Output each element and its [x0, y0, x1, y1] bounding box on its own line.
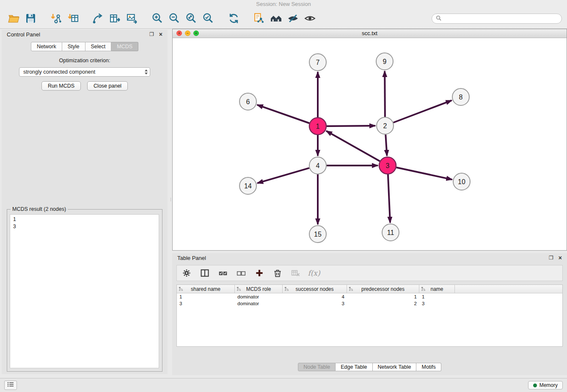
export-network-button[interactable]: [90, 10, 107, 27]
edge-1-2[interactable]: [327, 126, 375, 126]
sort-icon: [421, 287, 426, 293]
close-table-panel-icon[interactable]: ×: [559, 255, 562, 260]
copy-network-button[interactable]: [250, 10, 267, 27]
column-header-name[interactable]: name: [419, 285, 455, 293]
table-cell[interactable]: 1: [177, 294, 235, 299]
search-input[interactable]: [443, 15, 558, 22]
refresh-layout-icon: [228, 13, 239, 24]
export-image-icon: [127, 13, 138, 24]
show-details-button[interactable]: [301, 10, 318, 27]
task-history-button[interactable]: [4, 381, 17, 390]
mcds-result-list[interactable]: 1 3: [10, 214, 159, 368]
open-file-button[interactable]: [5, 10, 22, 27]
node-15[interactable]: 15: [309, 226, 326, 243]
table-cell[interactable]: dominator: [235, 301, 283, 306]
zoom-in-button[interactable]: [149, 10, 166, 27]
zoom-fit-button[interactable]: [183, 10, 200, 27]
import-table-button[interactable]: [64, 10, 81, 27]
table-cell[interactable]: 4: [283, 294, 347, 299]
node-3[interactable]: 3: [379, 157, 396, 174]
node-2[interactable]: 2: [377, 117, 394, 134]
edge-3-10[interactable]: [396, 168, 452, 180]
node-11[interactable]: 11: [382, 224, 399, 241]
control-panel-title: Control Panel: [7, 31, 40, 38]
node-10[interactable]: 10: [453, 173, 470, 190]
edge-2-3[interactable]: [385, 135, 387, 156]
deselect-all-button[interactable]: [236, 268, 247, 279]
export-table-button[interactable]: [107, 10, 124, 27]
zoom-selected-button[interactable]: [200, 10, 217, 27]
minimize-window-icon[interactable]: −: [185, 30, 190, 36]
import-network-button[interactable]: [47, 10, 64, 27]
edge-2-8[interactable]: [394, 100, 452, 122]
node-9[interactable]: 9: [376, 53, 393, 70]
network-canvas[interactable]: 7968124314101511: [173, 38, 567, 250]
tab-select[interactable]: Select: [85, 42, 112, 51]
table-cell[interactable]: dominator: [235, 294, 283, 299]
memory-button[interactable]: Memory: [528, 381, 563, 389]
select-all-button[interactable]: [217, 268, 228, 279]
deselect-all-icon: [237, 268, 246, 278]
node-label: 1: [316, 123, 320, 130]
window-title: Session: New Session: [256, 1, 311, 7]
float-table-panel-icon[interactable]: ❐: [549, 255, 553, 260]
dropdown-value: strongly connected component: [23, 69, 95, 75]
save-session-button[interactable]: [22, 10, 39, 27]
column-header-predecessor-nodes[interactable]: predecessor nodes: [347, 285, 419, 293]
node-label: 14: [244, 182, 252, 190]
column-header-mcds-role[interactable]: MCDS role: [235, 285, 283, 293]
float-panel-icon[interactable]: ❐: [149, 32, 154, 37]
node-1[interactable]: 1: [309, 118, 326, 135]
table-row[interactable]: 3dominator323: [177, 300, 562, 307]
close-panel-button[interactable]: Close panel: [87, 81, 128, 91]
node-label: 7: [316, 59, 320, 66]
node-7[interactable]: 7: [309, 54, 326, 71]
node-label: 8: [459, 94, 463, 101]
zoom-out-button[interactable]: [166, 10, 183, 27]
node-14[interactable]: 14: [239, 177, 256, 194]
zoom-out-icon: [169, 13, 180, 24]
table-cell[interactable]: 3: [177, 301, 235, 306]
tab-node-table[interactable]: Node Table: [298, 363, 336, 371]
tab-network[interactable]: Network: [31, 42, 62, 51]
edge-1-6[interactable]: [257, 105, 310, 123]
column-header-successor-nodes[interactable]: successor nodes: [283, 285, 347, 293]
table-cell[interactable]: 1: [347, 294, 419, 299]
node-4[interactable]: 4: [309, 157, 326, 174]
table-row[interactable]: 1dominator411: [177, 293, 562, 300]
zoom-selected-icon: [203, 13, 214, 24]
search-box[interactable]: [432, 14, 562, 24]
show-columns-button[interactable]: [199, 268, 210, 279]
hide-details-button[interactable]: [284, 10, 301, 27]
zoom-window-icon[interactable]: +: [193, 30, 199, 36]
panel-splitter[interactable]: ⋮: [168, 29, 171, 375]
tab-edge-table[interactable]: Edge Table: [336, 363, 372, 371]
control-panel-tabs: NetworkStyleSelectMCDS: [2, 42, 168, 51]
close-window-icon[interactable]: ×: [176, 30, 182, 36]
tab-network-table[interactable]: Network Table: [373, 363, 417, 371]
add-row-button[interactable]: [254, 268, 265, 279]
run-mcds-button[interactable]: Run MCDS: [41, 81, 81, 91]
export-image-button[interactable]: [124, 10, 140, 27]
tab-motifs[interactable]: Motifs: [416, 363, 441, 371]
table-cell[interactable]: 2: [347, 301, 419, 306]
import-table-icon: [67, 13, 79, 24]
node-6[interactable]: 6: [239, 93, 256, 110]
table-cell[interactable]: 1: [419, 294, 455, 299]
column-header-shared-name[interactable]: shared name: [177, 285, 235, 293]
tab-mcds[interactable]: MCDS: [111, 42, 138, 51]
table-settings-button[interactable]: [181, 268, 192, 279]
edge-3-11[interactable]: [388, 174, 390, 223]
tab-style[interactable]: Style: [62, 42, 85, 51]
home-button[interactable]: [267, 10, 284, 27]
delete-row-button[interactable]: [272, 268, 283, 279]
edge-4-14[interactable]: [257, 168, 309, 183]
edge-2-9[interactable]: [385, 71, 385, 117]
table-cell[interactable]: 3: [419, 301, 455, 306]
table-cell[interactable]: 3: [283, 301, 347, 306]
close-panel-icon[interactable]: ×: [159, 32, 162, 37]
node-8[interactable]: 8: [452, 88, 469, 105]
refresh-layout-button[interactable]: [225, 10, 242, 27]
optimization-dropdown[interactable]: strongly connected component: [19, 67, 150, 77]
edge-3-1[interactable]: [326, 131, 380, 161]
